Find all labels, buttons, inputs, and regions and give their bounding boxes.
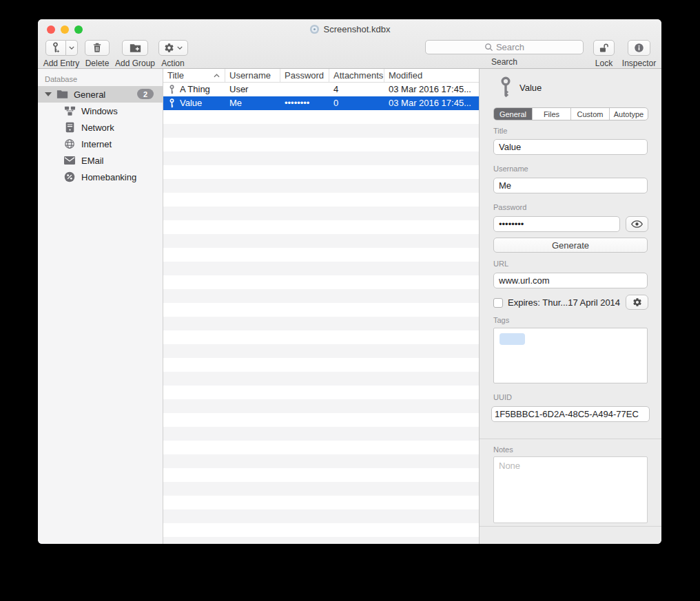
add-entry-label: Add Entry [43,59,80,68]
column-label: Modified [389,70,422,81]
envelope-icon [63,156,76,165]
section-divider [480,526,661,527]
inspector-toolbar-item: Inspector [620,40,658,68]
entry-title: A Thing [180,83,210,96]
sidebar-item-email[interactable]: EMail [38,152,163,169]
sidebar-item-label: Internet [81,139,112,149]
column-label: Password [285,70,324,81]
window-chrome: Screenshot.kdbx Add Entry [38,19,661,69]
key-icon [169,85,175,95]
entry-table: Title Username Password Attachments Modi… [163,69,480,544]
column-label: Title [167,70,184,81]
entry-username: Me [225,96,280,110]
tab-autotype[interactable]: Autotype [610,108,648,120]
folder-plus-icon [130,43,141,53]
unlocked-padlock-icon [599,43,609,54]
expires-checkbox[interactable] [493,298,503,308]
column-header-password[interactable]: Password [280,69,329,82]
inspector-button[interactable] [628,40,650,56]
inspector-label: Inspector [622,59,656,68]
sidebar-item-label: Network [81,123,114,133]
chevron-down-icon [177,46,183,50]
windows-group-icon [63,106,76,116]
tags-field[interactable] [493,328,648,383]
table-rows-area[interactable]: A Thing User 4 03 Mar 2016 17:45... Valu… [163,83,479,544]
add-group-label: Add Group [115,59,155,68]
expires-label: Expires: Thur...17 April 2014 [508,297,620,308]
entry-password [280,83,329,96]
tag-token[interactable] [500,333,525,345]
action-button[interactable] [158,40,188,56]
section-divider [480,439,661,439]
info-icon [634,43,644,53]
table-row-selected[interactable]: Value Me •••••••• 0 03 Mar 2016 17:45... [163,96,479,110]
table-row[interactable]: A Thing User 4 03 Mar 2016 17:45... [163,83,479,96]
search-toolbar-item: Search Search [425,40,584,67]
percent-circle-icon [63,171,76,182]
tab-custom[interactable]: Custom [571,108,610,120]
search-input[interactable]: Search [425,40,584,54]
add-entry-button[interactable] [45,40,66,56]
entry-attachments: 4 [329,83,384,96]
sort-ascending-icon [214,74,220,78]
server-icon [63,122,76,133]
add-entry-toolbar-item: Add Entry [42,40,81,68]
add-group-button[interactable] [122,40,148,56]
uuid-field[interactable] [491,406,650,422]
column-header-modified[interactable]: Modified [384,69,479,82]
notes-field-label: Notes [493,445,513,454]
lock-button[interactable] [593,40,615,56]
reveal-password-button[interactable] [626,216,648,232]
url-field[interactable] [493,273,648,288]
notes-field[interactable] [493,456,648,523]
username-field[interactable] [493,178,648,193]
inspector-panel: Value General Files Custom Autotype Titl… [480,69,661,544]
add-entry-dropdown-button[interactable] [66,40,78,56]
column-header-attachments[interactable]: Attachments [329,69,384,82]
url-field-label: URL [493,260,508,268]
expires-options-button[interactable] [626,295,648,310]
key-icon [498,76,513,102]
lock-label: Lock [595,59,612,68]
entry-attachments: 0 [329,96,384,110]
sidebar-item-internet[interactable]: Internet [38,136,163,152]
lock-toolbar-item: Lock [593,40,615,68]
window-title: Screenshot.kdbx [324,24,391,34]
column-header-username[interactable]: Username [225,69,280,82]
add-group-toolbar-item: Add Group [114,40,156,68]
disclosure-triangle-icon[interactable] [45,92,52,96]
username-field-label: Username [493,165,528,173]
folder-icon [56,89,68,99]
entry-count-badge: 2 [137,89,154,99]
password-field[interactable] [493,216,620,232]
entry-password: •••••••• [280,96,329,110]
entry-title: Value [180,96,202,110]
tab-general[interactable]: General [494,108,533,120]
tags-field-label: Tags [493,316,509,324]
generate-password-button[interactable]: Generate [493,238,648,253]
gear-icon [164,43,174,53]
delete-button[interactable] [85,40,110,56]
window-title-row: Screenshot.kdbx [38,24,661,34]
sidebar-item-windows[interactable]: Windows [38,103,163,119]
delete-label: Delete [85,59,110,68]
screenshot-canvas: Screenshot.kdbx Add Entry [0,0,700,601]
sidebar-item-network[interactable]: Network [38,119,163,136]
sidebar-item-homebanking[interactable]: Homebanking [38,169,163,185]
app-window: Screenshot.kdbx Add Entry [38,19,661,544]
password-field-label: Password [493,203,526,211]
document-icon [309,24,320,34]
title-field[interactable] [493,139,648,155]
trash-icon [92,43,102,53]
entry-modified: 03 Mar 2016 17:45... [384,83,479,96]
sidebar-item-label: Homebanking [81,172,136,182]
inspector-entry-title: Value [519,83,542,93]
sidebar-item-general[interactable]: General 2 [38,86,163,103]
delete-toolbar-item: Delete [82,40,112,68]
entry-username: User [225,83,280,96]
key-icon [169,98,175,109]
entry-modified: 03 Mar 2016 17:45... [384,96,479,110]
column-header-title[interactable]: Title [163,69,225,82]
gear-icon [632,297,642,307]
tab-files[interactable]: Files [533,108,571,120]
